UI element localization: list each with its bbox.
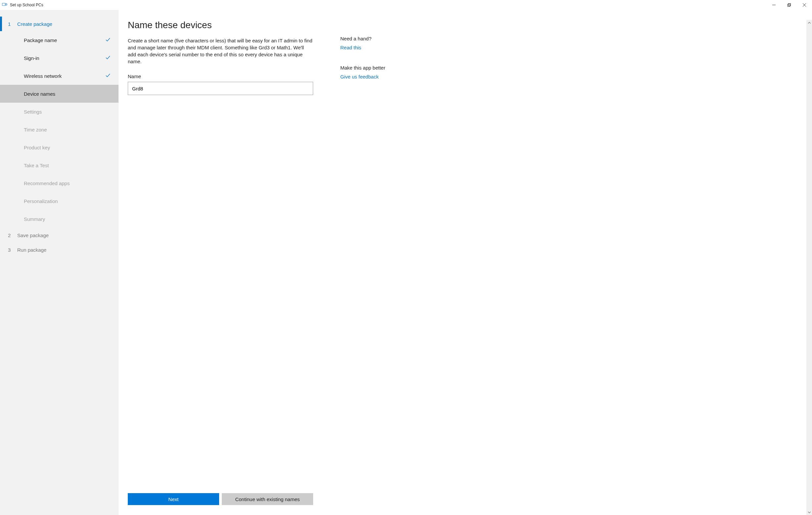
nav-sub-label: Sign-in bbox=[24, 55, 39, 61]
nav-sub-recommended-apps[interactable]: Recommended apps bbox=[0, 174, 118, 192]
page-description: Create a short name (five characters or … bbox=[128, 37, 313, 65]
nav-sub-label: Recommended apps bbox=[24, 181, 69, 186]
nav-sub-wireless-network[interactable]: Wireless network bbox=[0, 67, 118, 85]
nav-sub-label: Device names bbox=[24, 91, 55, 97]
nav-step-save-package[interactable]: 2 Save package bbox=[0, 228, 118, 242]
nav-sub-sign-in[interactable]: Sign-in bbox=[0, 49, 118, 67]
close-button[interactable] bbox=[797, 0, 812, 10]
svg-rect-6 bbox=[788, 4, 791, 6]
svg-line-3 bbox=[6, 4, 7, 5]
next-button[interactable]: Next bbox=[128, 493, 219, 505]
svg-rect-5 bbox=[788, 4, 790, 7]
continue-existing-button[interactable]: Continue with existing names bbox=[222, 493, 313, 505]
window-controls bbox=[766, 0, 812, 10]
nav-sub-product-key[interactable]: Product key bbox=[0, 138, 118, 156]
nav-step-label: Run package bbox=[17, 247, 46, 253]
nav-step-label: Create package bbox=[17, 21, 52, 27]
sidebar: 1 Create package Package name Sign-in Wi… bbox=[0, 10, 118, 515]
nav-sub-list: Package name Sign-in Wireless network De… bbox=[0, 31, 118, 228]
nav-sub-label: Product key bbox=[24, 145, 50, 151]
scroll-down-arrow[interactable] bbox=[806, 509, 812, 515]
nav-sub-time-zone[interactable]: Time zone bbox=[0, 120, 118, 138]
window-title: Set up School PCs bbox=[10, 3, 44, 7]
nav-step-number: 2 bbox=[8, 233, 17, 238]
vertical-scrollbar[interactable] bbox=[806, 20, 812, 515]
app-window: Set up School PCs 1 Create package Pack bbox=[0, 0, 812, 515]
check-icon bbox=[105, 55, 111, 61]
content-area: 1 Create package Package name Sign-in Wi… bbox=[0, 10, 812, 515]
nav-sub-label: Summary bbox=[24, 216, 45, 222]
nav-step-number: 3 bbox=[8, 247, 17, 253]
nav-sub-take-a-test[interactable]: Take a Test bbox=[0, 156, 118, 174]
main-column: Name these devices Create a short name (… bbox=[128, 20, 313, 505]
nav-sub-summary[interactable]: Summary bbox=[0, 210, 118, 228]
feedback-heading: Make this app better bbox=[340, 65, 385, 71]
help-heading: Need a hand? bbox=[340, 36, 385, 42]
scroll-up-arrow[interactable] bbox=[806, 20, 812, 26]
nav-sub-label: Wireless network bbox=[24, 73, 62, 79]
read-this-link[interactable]: Read this bbox=[340, 45, 385, 50]
nav-step-run-package[interactable]: 3 Run package bbox=[0, 242, 118, 257]
titlebar: Set up School PCs bbox=[0, 0, 812, 10]
nav-sub-package-name[interactable]: Package name bbox=[0, 31, 118, 49]
nav-sub-label: Take a Test bbox=[24, 163, 49, 168]
nav-step-create-package[interactable]: 1 Create package bbox=[0, 17, 118, 31]
nav-sub-personalization[interactable]: Personalization bbox=[0, 192, 118, 210]
nav-sub-label: Time zone bbox=[24, 127, 47, 133]
nav-sub-label: Personalization bbox=[24, 198, 58, 204]
button-row: Next Continue with existing names bbox=[128, 487, 313, 505]
app-icon bbox=[2, 2, 8, 8]
maximize-button[interactable] bbox=[782, 0, 797, 10]
nav-sub-label: Package name bbox=[24, 37, 57, 43]
check-icon bbox=[105, 37, 111, 44]
nav-step-number: 1 bbox=[8, 21, 17, 27]
help-column: Need a hand? Read this Make this app bet… bbox=[340, 20, 385, 505]
nav-sub-device-names[interactable]: Device names bbox=[0, 85, 118, 103]
device-name-input[interactable] bbox=[128, 82, 313, 95]
nav-sub-settings[interactable]: Settings bbox=[0, 103, 118, 120]
name-label: Name bbox=[128, 74, 313, 79]
minimize-button[interactable] bbox=[766, 0, 782, 10]
nav-step-label: Save package bbox=[17, 233, 49, 238]
check-icon bbox=[105, 73, 111, 79]
give-feedback-link[interactable]: Give us feedback bbox=[340, 74, 385, 80]
nav-sub-label: Settings bbox=[24, 109, 42, 115]
svg-rect-0 bbox=[2, 3, 5, 6]
page-title: Name these devices bbox=[128, 20, 313, 30]
main-panel: Name these devices Create a short name (… bbox=[118, 10, 812, 515]
